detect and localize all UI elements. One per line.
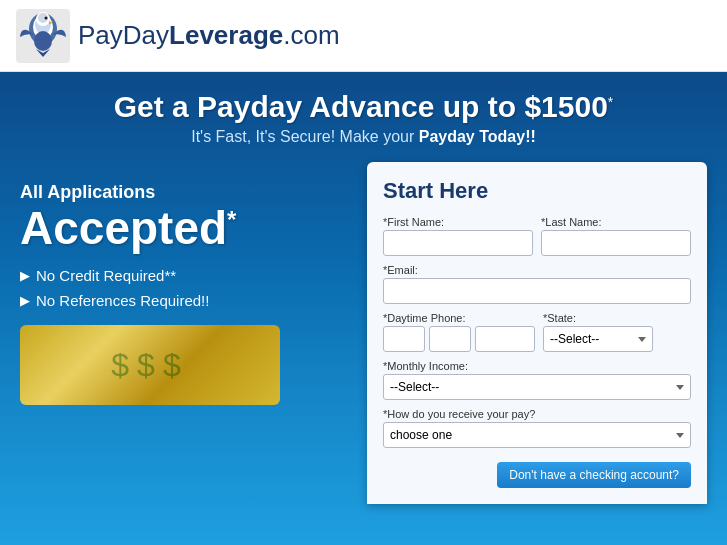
last-name-input[interactable] bbox=[541, 230, 691, 256]
left-panel: All Applications Accepted* ▶ No Credit R… bbox=[20, 162, 347, 405]
logo-text: PayDayLeverage.com bbox=[78, 20, 340, 50]
pay-select[interactable]: choose one Direct Deposit Check Cash bbox=[383, 422, 691, 448]
header: PayDayLeverage.com bbox=[0, 0, 727, 72]
email-group: *Email: bbox=[383, 264, 691, 304]
bullet-arrow-2: ▶ bbox=[20, 293, 30, 308]
income-select[interactable]: --Select-- Under $1000 $1000-$1500 $1500… bbox=[383, 374, 691, 400]
all-applications-label: All Applications bbox=[20, 182, 347, 203]
bullet-2: ▶ No References Required!! bbox=[20, 292, 347, 309]
first-name-label: *First Name: bbox=[383, 216, 533, 228]
banner-subline: It's Fast, It's Secure! Make your Payday… bbox=[20, 128, 707, 146]
last-name-label: *Last Name: bbox=[541, 216, 691, 228]
bullet-1-text: No Credit Required** bbox=[36, 267, 176, 284]
banner: Get a Payday Advance up to $1500* It's F… bbox=[0, 72, 727, 545]
headline-asterisk: * bbox=[608, 94, 613, 110]
phone-prefix[interactable] bbox=[429, 326, 471, 352]
last-name-group: *Last Name: bbox=[541, 216, 691, 256]
accepted-text: Accepted bbox=[20, 202, 227, 254]
subline-text: It's Fast, It's Secure! Make your bbox=[191, 128, 419, 145]
pay-group: *How do you receive your pay? choose one… bbox=[383, 408, 691, 448]
state-label: *State: bbox=[543, 312, 691, 324]
banner-content: All Applications Accepted* ▶ No Credit R… bbox=[20, 162, 707, 504]
income-group: *Monthly Income: --Select-- Under $1000 … bbox=[383, 360, 691, 400]
bullets-list: ▶ No Credit Required** ▶ No References R… bbox=[20, 267, 347, 309]
accepted-title: Accepted* bbox=[20, 205, 347, 251]
svg-point-7 bbox=[34, 31, 52, 51]
subline-bold: Payday Today!! bbox=[419, 128, 536, 145]
state-group: *State: --Select-- AL AK AZ CA FL TX NY bbox=[543, 312, 691, 352]
income-label: *Monthly Income: bbox=[383, 360, 691, 372]
phone-label: *Daytime Phone: bbox=[383, 312, 535, 324]
bullet-arrow-1: ▶ bbox=[20, 268, 30, 283]
name-row: *First Name: *Last Name: bbox=[383, 216, 691, 256]
logo-area: PayDayLeverage.com bbox=[16, 9, 340, 63]
pay-label: *How do you receive your pay? bbox=[383, 408, 691, 420]
bullet-1: ▶ No Credit Required** bbox=[20, 267, 347, 284]
no-checking-button[interactable]: Don't have a checking account? bbox=[497, 462, 691, 488]
phone-number[interactable] bbox=[475, 326, 535, 352]
first-name-group: *First Name: bbox=[383, 216, 533, 256]
state-select[interactable]: --Select-- AL AK AZ CA FL TX NY bbox=[543, 326, 653, 352]
eagle-icon bbox=[16, 9, 70, 63]
logo-text-container: PayDayLeverage.com bbox=[78, 20, 340, 51]
logo-domain: .com bbox=[283, 20, 339, 50]
form-panel: Start Here *First Name: *Last Name: *Ema… bbox=[367, 162, 707, 504]
logo-leverage: Leverage bbox=[169, 20, 283, 50]
phone-area-code[interactable] bbox=[383, 326, 425, 352]
bullet-2-text: No References Required!! bbox=[36, 292, 209, 309]
banner-headline: Get a Payday Advance up to $1500* bbox=[20, 90, 707, 124]
logo-payday: PayDay bbox=[78, 20, 169, 50]
headline-amount: $1500 bbox=[524, 90, 607, 123]
headline-prefix: Get a Payday Advance up to bbox=[114, 90, 525, 123]
phone-state-row: *Daytime Phone: *State: --Select-- AL AK bbox=[383, 312, 691, 352]
money-image bbox=[20, 325, 280, 405]
form-title: Start Here bbox=[383, 178, 691, 204]
email-input[interactable] bbox=[383, 278, 691, 304]
no-checking-row: Don't have a checking account? bbox=[383, 456, 691, 488]
phone-group: *Daytime Phone: bbox=[383, 312, 535, 352]
accepted-asterisk: * bbox=[227, 206, 236, 233]
phone-inputs bbox=[383, 326, 535, 352]
email-label: *Email: bbox=[383, 264, 691, 276]
svg-point-6 bbox=[45, 16, 48, 19]
first-name-input[interactable] bbox=[383, 230, 533, 256]
